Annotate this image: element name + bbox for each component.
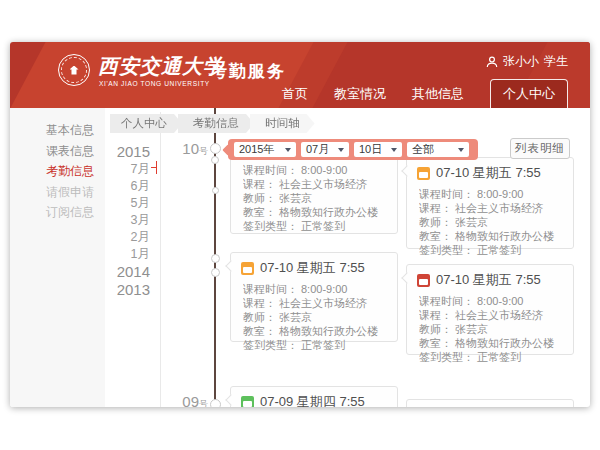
timeline-nav-month[interactable]: 1月 [105,246,150,263]
card-date-title: 07-10 星期五 7:55 [436,271,541,289]
timeline-node [212,187,219,194]
sidebar-item-leave-request[interactable]: 请假申请 [46,184,94,201]
breadcrumb-tab-timeline[interactable]: 时间轴 [250,114,315,133]
field-value: 社会主义市场经济 [279,297,367,309]
field-value: 张芸京 [455,216,488,228]
list-detail-button[interactable]: 列表明细 [510,138,570,159]
field-value: 社会主义市场经济 [455,309,543,321]
timeline-nav-month[interactable]: 2月 [105,229,150,246]
app-window: 西安交通大学 XI'AN JIAO TONG UNIVERSITY 考勤服务 张… [10,42,590,407]
field-value: 格物致知行政办公楼 [455,337,554,349]
field-label: 教室： [419,337,452,349]
field-label: 教师： [243,311,276,323]
field-label: 教室： [419,230,452,242]
field-label: 签到类型： [243,339,298,351]
timeline-nav-year[interactable]: 2015 [105,143,150,160]
card-field-row: 教室：格物致知行政办公楼 [419,229,561,243]
user-name: 张小小 [503,53,539,70]
filter-day-select[interactable]: 10日 [354,142,402,157]
filter-type-select[interactable]: 全部 [407,142,469,157]
card-field-row: 教师：张芸京 [243,191,385,205]
field-label: 课程： [243,297,276,309]
field-value: 格物致知行政办公楼 [279,206,378,218]
filter-bar: 2015年 07月 10日 全部 [228,139,478,160]
field-label: 签到类型： [243,220,298,232]
field-value: 正常签到 [301,339,345,351]
attendance-card: 07-10 星期五 7:55 课程时间：8:00-9:00 课程：社会主义市场经… [230,252,398,342]
field-value: 8:00-9:00 [477,188,523,200]
field-label: 教师： [419,323,452,335]
timeline-nav-month-current[interactable]: 7月 [105,161,150,178]
card-date-title: 07-10 星期五 7:55 [260,259,365,277]
breadcrumb-tab-personal-center[interactable]: 个人中心 [110,114,182,133]
field-value: 张芸京 [279,192,312,204]
card-date-title: 07-10 星期五 7:55 [436,164,541,182]
timeline-nav-month[interactable]: 3月 [105,212,150,229]
card-field-row: 签到类型：正常签到 [243,338,385,352]
card-field-row: 课程时间：8:00-9:00 [243,282,385,296]
field-value: 张芸京 [455,323,488,335]
field-label: 课程： [419,309,452,321]
card-field-row: 课程时间：8:00-9:00 [243,163,385,177]
card-field-row: 教室：格物致知行政办公楼 [419,336,561,350]
field-label: 课程时间： [419,295,474,307]
card-header: 07-09 星期四 7:55 [231,387,397,407]
nav-item-other-info[interactable]: 其他信息 [412,79,464,108]
timeline-nav-month[interactable]: 6月 [105,178,150,195]
card-header: 07-10 星期五 7:55 [407,265,573,291]
timeline-nav-year[interactable]: 2014 [105,263,150,280]
field-value: 社会主义市场经济 [455,202,543,214]
filter-month-select[interactable]: 07月 [301,142,349,157]
dropdown-caret-icon [458,148,464,152]
nav-tab-personal-center[interactable]: 个人中心 [490,79,568,108]
timeline-nav-year[interactable]: 2013 [105,281,150,298]
field-label: 签到类型： [419,351,474,363]
sidebar-divider [160,112,161,407]
sidebar-item-basic-info[interactable]: 基本信息 [46,122,94,139]
card-field-row: 教师：张芸京 [419,215,561,229]
card-field-row: 课程：社会主义市场经济 [243,296,385,310]
field-label: 课程： [243,178,276,190]
field-value: 格物致知行政办公楼 [279,325,378,337]
breadcrumb-tab-attendance-info[interactable]: 考勤信息 [178,114,254,133]
field-value: 8:00-9:00 [477,295,523,307]
nav-item-home[interactable]: 首页 [282,79,308,108]
day-label-10: 10号 [168,140,208,158]
attendance-card: 07-10 星期五 7:55 课程时间：8:00-9:00 课程：社会主义市场经… [406,264,574,355]
timeline-node [211,254,220,263]
field-label: 教室： [243,325,276,337]
header-nav: 首页 教室情况 其他信息 个人中心 [282,79,568,108]
timeline-node [211,268,220,277]
app-title: 考勤服务 [210,60,286,83]
user-role: 学生 [544,53,568,70]
card-date-title: 07-09 星期四 7:55 [260,393,365,407]
field-value: 8:00-9:00 [301,164,347,176]
nav-item-classrooms[interactable]: 教室情况 [334,79,386,108]
filter-year-select[interactable]: 2015年 [234,142,296,157]
sidebar: 基本信息 课表信息 考勤信息 请假申请 订阅信息 [10,108,105,407]
sidebar-item-schedule-info[interactable]: 课表信息 [46,143,94,160]
field-label: 课程时间： [419,188,474,200]
field-value: 8:00-9:00 [301,283,347,295]
user-account[interactable]: 张小小 学生 [486,53,568,70]
field-label: 课程： [419,202,452,214]
card-field-row: 课程：社会主义市场经济 [419,308,561,322]
field-value: 格物致知行政办公楼 [455,230,554,242]
sidebar-item-subscription-info[interactable]: 订阅信息 [46,204,94,221]
university-logo-icon [58,54,90,86]
sidebar-item-attendance-info[interactable]: 考勤信息 [46,163,94,180]
calendar-status-icon [241,262,254,275]
app-header: 西安交通大学 XI'AN JIAO TONG UNIVERSITY 考勤服务 张… [10,42,590,108]
card-field-row: 教室：格物致知行政办公楼 [243,205,385,219]
field-value: 社会主义市场经济 [279,178,367,190]
field-value: 正常签到 [301,220,345,232]
card-field-row: 签到类型：正常签到 [419,350,561,364]
timeline-nav-month[interactable]: 5月 [105,195,150,212]
field-value: 正常签到 [477,351,521,363]
card-field-row: 课程：社会主义市场经济 [243,177,385,191]
dropdown-caret-icon [338,148,344,152]
card-field-row: 课程：社会主义市场经济 [419,201,561,215]
university-name-en: XI'AN JIAO TONG UNIVERSITY [99,80,210,87]
attendance-card: 07-10 星期五 7:55 课程时间：8:00-9:00 课程：社会主义市场经… [406,157,574,249]
field-label: 教室： [243,206,276,218]
